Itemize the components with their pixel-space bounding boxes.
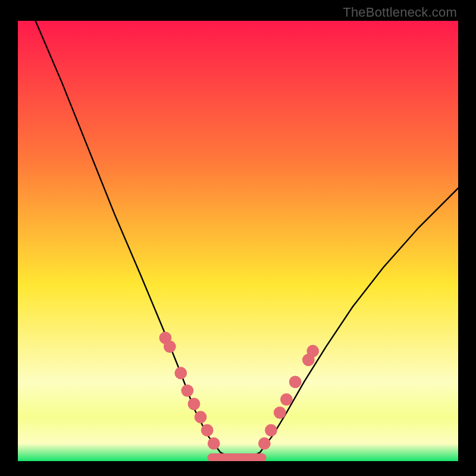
watermark-label: TheBottleneck.com	[343, 5, 457, 20]
svg-rect-0	[18, 21, 458, 461]
marker-right	[289, 375, 302, 388]
marker-left	[164, 340, 176, 353]
marker-left	[188, 397, 201, 410]
marker-right	[306, 345, 319, 358]
marker-left	[181, 384, 194, 397]
marker-left	[195, 411, 207, 424]
marker-right	[274, 406, 286, 419]
marker-left	[174, 367, 187, 380]
marker-left	[208, 437, 220, 450]
marker-right	[265, 424, 277, 437]
marker-right	[258, 437, 271, 450]
chart-frame	[18, 21, 458, 461]
bottleneck-chart	[18, 21, 458, 461]
marker-left	[201, 424, 214, 437]
marker-right	[280, 393, 293, 406]
